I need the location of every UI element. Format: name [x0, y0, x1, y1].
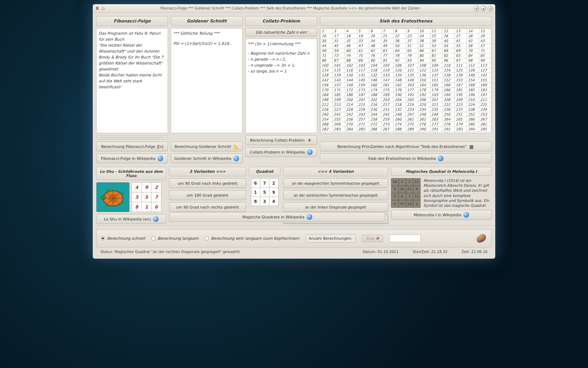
fibonacci-header: Fibonacci-Folge: [96, 16, 168, 26]
sieve-table: 2345678910111213141516171819202122232425…: [320, 28, 491, 133]
svg-point-9: [106, 189, 109, 191]
app-window: X Fibonacci-Folge *** Goldener Schnitt *…: [93, 4, 495, 259]
radio-off-icon: [151, 236, 155, 240]
mirror-vert-button[interactable]: an der senkrechten Symmetrieachse gespie…: [283, 190, 388, 200]
app-icon: X: [95, 6, 100, 11]
count-display: [389, 234, 421, 242]
separator: [96, 225, 492, 226]
globe-icon: [307, 214, 312, 220]
mirror-horiz-button[interactable]: an der waagerechten Symmetrieachse gespi…: [283, 178, 388, 188]
status-time: Zeit: 22.06.16: [462, 250, 488, 254]
globe-icon: [438, 156, 443, 161]
function-icon: f(x): [158, 144, 163, 149]
collatz-l5: - so lange, bis n = 1: [248, 68, 315, 74]
minimize-button[interactable]: ▾: [474, 6, 479, 11]
speed-slow-label: Berechnung langsam: [158, 236, 198, 241]
fibonacci-calc-label: Berechnung Fibonacci-Folge: [101, 144, 155, 149]
golden-calc-button[interactable]: Berechnung Goldener Schnitt 📐: [171, 142, 243, 151]
speed-fast-label: Berechnung schnell: [107, 236, 145, 241]
rotate-right-button[interactable]: um 90 Grad nach rechts gedreht: [169, 202, 246, 212]
status-starttime: StartZeit: 21.18.32: [413, 250, 448, 254]
sieve-calc-label: Berechnung PrimZahlen nach Algorithmus "…: [337, 144, 467, 149]
maximize-button[interactable]: ▴: [481, 6, 486, 11]
status-message: Status: Magisches Quadrat "an der rechte…: [100, 250, 349, 254]
close-button[interactable]: ✕: [488, 6, 493, 11]
melencolia-wiki-label: Melencolia I in Wikipedia: [414, 213, 461, 217]
loshu-wiki-button[interactable]: Lo Shu in Wikipedia (en): [96, 214, 166, 224]
golden-wiki-button[interactable]: Goldener Schnitt in Wikipedia: [171, 154, 243, 163]
svg-point-10: [106, 205, 109, 207]
radio-on-icon: [101, 236, 105, 240]
globe-icon: [153, 216, 159, 222]
speed-fast-radio[interactable]: Berechnung schnell: [101, 236, 145, 241]
turtle-icon: [99, 185, 127, 210]
speed-slow-radio[interactable]: Berechnung langsam: [151, 236, 198, 241]
sieve-wiki-label: Sieb des Eratosthenes in Wikipedia: [368, 156, 436, 161]
collatz-header: Collatz-Problem: [245, 16, 317, 26]
fibonacci-wiki-button[interactable]: Fibonacci-Folge in Wikipedia: [96, 154, 168, 163]
sieve-body: 2345678910111213141516171819202122232425…: [320, 28, 492, 133]
count-label: Anzahl Berechnungen:: [309, 236, 352, 241]
svg-point-8: [121, 202, 124, 204]
fibonacci-calc-button[interactable]: Berechnung Fibonacci-Folge f(x): [96, 142, 168, 151]
globe-icon: [158, 156, 163, 161]
melencolia-text: Melencolia I (1514) ist ein Meisterstich…: [424, 178, 492, 208]
stop-icon: ✖: [376, 236, 379, 241]
globe-icon: [233, 156, 239, 161]
grid-icon: ▦: [469, 144, 474, 149]
sieve-wiki-button[interactable]: Sieb des Eratosthenes in Wikipedia: [320, 154, 492, 163]
melencolia-wiki-button[interactable]: Melencolia I in Wikipedia: [391, 210, 492, 220]
globe-icon: [307, 149, 313, 155]
titlebar: X Fibonacci-Folge *** Goldener Schnitt *…: [93, 4, 495, 13]
titlebar-decor-icon: [101, 7, 105, 10]
loshu-wiki-label: Lo Shu in Wikipedia (en): [104, 217, 151, 222]
quadrat-header: Quadrat: [249, 167, 280, 176]
rotate-180-button[interactable]: um 180 Grad gedreht: [169, 190, 246, 200]
golden-wiki-label: Goldener Schnitt in Wikipedia: [174, 156, 231, 161]
golden-line2: Phi = (1+Sqrt(5))/2) = 1.618...: [173, 41, 240, 47]
status-bar: Status: Magisches Quadrat "an der rechte…: [96, 247, 492, 257]
stop-button[interactable]: Stop ✖: [362, 235, 383, 242]
fibonacci-wiki-label: Fibonacci-Folge in Wikipedia: [101, 156, 155, 161]
speed-veryslow-label: Berechnung sehr langsam (zum Kopfrechnen…: [211, 236, 299, 241]
magic-squares-wiki-button[interactable]: Magische Quadrate in Wikipedia: [169, 212, 385, 222]
loshu-grid: 492357816: [132, 182, 161, 212]
collatz-input-label: Gib natuerliche Zahl n ein!: [255, 30, 307, 35]
send-icon: ✈: [307, 137, 313, 143]
loshu-header: Lo Shu - Schildkroete aus dem Fluss: [96, 167, 166, 180]
status-date: Datum: 01.10.2011: [363, 250, 399, 254]
collatz-l3: - n gerade --> n / 2,: [248, 56, 315, 62]
collatz-wiki-button[interactable]: Collatz-Problem in Wikipedia: [245, 147, 317, 157]
collatz-body: *** (3n + 1)-Vermutung *** - Beginne mit…: [245, 39, 317, 133]
globe-icon: [463, 212, 469, 218]
golden-body: *** Göttliche Teilung *** Phi = (1+Sqrt(…: [171, 28, 243, 133]
speed-controls: Berechnung schnell Berechnung langsam Be…: [96, 229, 492, 247]
fibonacci-scrollbar[interactable]: ‹›: [96, 135, 168, 139]
speed-veryslow-radio[interactable]: Berechnung sehr langsam (zum Kopfrechnen…: [205, 236, 299, 241]
compass-icon: 📐: [233, 144, 239, 149]
var3-header: 3 Varianten ==>: [169, 167, 246, 176]
melencolia-header: Magisches Quadrat in Melencolia I: [391, 167, 492, 176]
radio-off-icon: [205, 236, 209, 240]
sieve-header: Sieb des Eratosthenes: [320, 16, 492, 26]
window-title: Fibonacci-Folge *** Goldener Schnitt ***…: [107, 6, 474, 10]
golden-line1: *** Göttliche Teilung ***: [173, 30, 240, 36]
rotate-left-button[interactable]: um 90 Grad nach links gedreht: [169, 178, 246, 188]
quadrat-grid: 672159834: [251, 178, 279, 206]
sieve-calc-button[interactable]: Berechnung PrimZahlen nach Algorithmus "…: [320, 142, 492, 151]
collatz-input[interactable]: Gib natuerliche Zahl n ein!: [245, 28, 317, 36]
turtle-image: [96, 182, 130, 212]
mirror-ldiag-button[interactable]: an der linken Diagonale gespiegelt: [283, 202, 388, 212]
mascot-icon: 🥔: [475, 232, 487, 244]
collatz-calc-label: Berechnung Collatz-Problem: [250, 138, 304, 143]
collatz-wiki-label: Collatz-Problem in Wikipedia: [250, 150, 305, 155]
collatz-calc-button[interactable]: Berechnung Collatz-Problem ✈: [245, 135, 317, 145]
collatz-l2: - Beginne mit natürlicher Zahl n.: [248, 50, 315, 56]
collatz-l1: *** (3n + 1)-Vermutung ***: [248, 41, 315, 47]
count-label-box: Anzahl Berechnungen:: [306, 234, 355, 243]
fibonacci-text: Das Programm ist Felix R. Paturi für sei…: [96, 28, 168, 133]
svg-point-7: [121, 192, 124, 195]
svg-point-6: [101, 196, 106, 200]
stop-label: Stop: [366, 236, 374, 241]
collatz-l4: - n ungerade --> 3n + 1.: [248, 62, 315, 68]
